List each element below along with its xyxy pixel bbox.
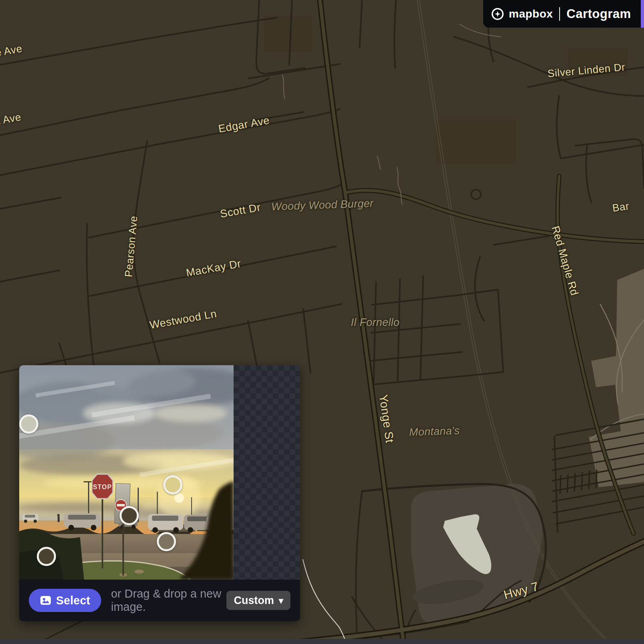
preset-label: Custom bbox=[234, 594, 274, 607]
photo-preview[interactable]: STOP bbox=[19, 365, 234, 580]
bottom-strip bbox=[0, 639, 644, 644]
color-swatch-handle[interactable] bbox=[163, 475, 182, 494]
mapbox-logo-icon bbox=[491, 8, 504, 20]
color-swatch-handle[interactable] bbox=[120, 506, 139, 525]
stop-sign-text: STOP bbox=[93, 484, 112, 490]
color-swatch-handle[interactable] bbox=[37, 547, 56, 566]
image-icon bbox=[40, 596, 51, 605]
brand-wordmark: mapbox bbox=[509, 8, 553, 20]
app-header: mapbox Cartogram Sa bbox=[483, 0, 644, 28]
header-divider bbox=[559, 7, 560, 21]
chevron-down-icon: ▾ bbox=[279, 596, 283, 605]
image-panel: STOP Select or Drag & drop a new ima bbox=[19, 365, 300, 621]
sunset-photo-art: STOP bbox=[19, 365, 234, 580]
drag-drop-hint: or Drag & drop a new image. bbox=[111, 587, 226, 614]
app-title: Cartogram bbox=[566, 7, 631, 21]
transparent-checker bbox=[234, 365, 300, 580]
save-button[interactable]: Sa bbox=[641, 0, 644, 28]
color-swatch-handle[interactable] bbox=[19, 414, 38, 434]
select-image-button[interactable]: Select bbox=[29, 589, 101, 612]
brand-bar: mapbox Cartogram bbox=[483, 0, 641, 28]
image-panel-toolbar: Select or Drag & drop a new image. Custo… bbox=[19, 580, 300, 621]
app-root: e Avek AveEdgar AveScott DrWoody Wood Bu… bbox=[0, 0, 644, 644]
color-swatch-handle[interactable] bbox=[157, 532, 176, 551]
preset-dropdown[interactable]: Custom ▾ bbox=[226, 591, 290, 610]
select-label: Select bbox=[56, 594, 90, 607]
